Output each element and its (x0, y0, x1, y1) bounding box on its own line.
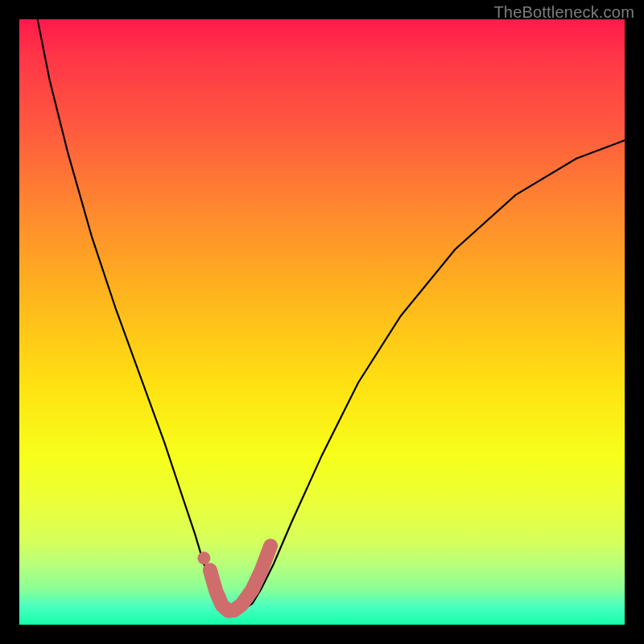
bottleneck-marker-dot (197, 551, 210, 564)
watermark-text: TheBottleneck.com (493, 3, 634, 22)
chart-svg (19, 19, 625, 625)
bottleneck-marker-stroke (210, 546, 270, 611)
chart-frame (19, 19, 625, 625)
curve-line (38, 19, 625, 613)
